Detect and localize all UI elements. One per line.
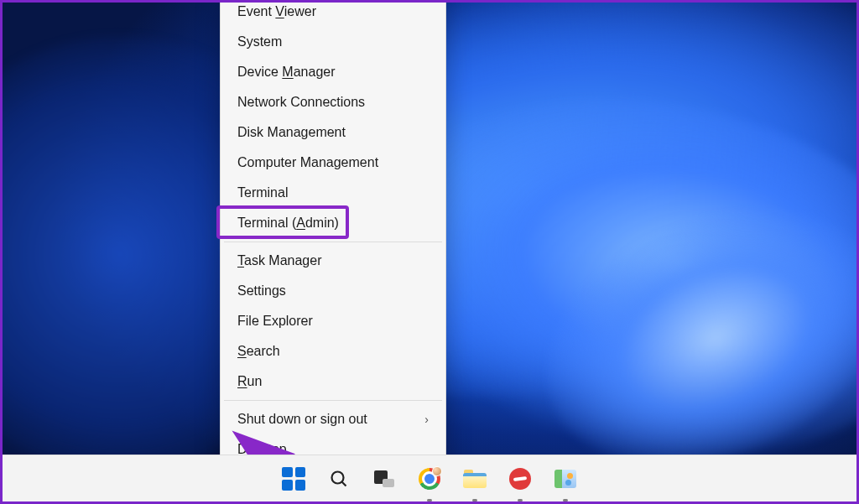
chrome-icon <box>419 468 440 490</box>
menu-item-system[interactable]: System <box>221 27 445 57</box>
search-icon <box>329 469 349 489</box>
menu-item-network-connections[interactable]: Network Connections <box>221 87 445 117</box>
profile-badge-icon <box>432 466 442 476</box>
menu-item-label: Run <box>237 374 262 389</box>
menu-item-shut-down[interactable]: Shut down or sign out› <box>221 404 445 434</box>
media-disc-icon <box>509 468 531 490</box>
menu-item-label: System <box>237 34 282 49</box>
menu-item-label: Task Manager <box>237 253 322 268</box>
menu-item-label: Shut down or sign out <box>237 412 367 427</box>
task-view-button[interactable] <box>367 462 401 496</box>
menu-separator <box>224 242 442 242</box>
start-button[interactable] <box>277 462 310 496</box>
media-app[interactable] <box>503 462 537 496</box>
menu-item-device-manager[interactable]: Device Manager <box>221 57 445 87</box>
file-explorer-app[interactable] <box>458 462 492 496</box>
menu-item-label: Disk Management <box>237 125 346 140</box>
taskbar <box>3 455 856 501</box>
file-explorer-icon <box>463 470 487 488</box>
menu-item-task-manager[interactable]: Task Manager <box>221 246 445 276</box>
menu-item-file-explorer[interactable]: File Explorer <box>221 306 445 336</box>
menu-item-terminal-admin[interactable]: Terminal (Admin) <box>221 208 445 238</box>
svg-point-1 <box>332 471 344 483</box>
control-panel-icon <box>554 470 576 488</box>
menu-item-computer-management[interactable]: Computer Management <box>221 148 445 178</box>
menu-separator <box>224 400 442 401</box>
menu-item-terminal[interactable]: Terminal <box>221 178 445 208</box>
menu-item-label: Terminal <box>237 185 288 200</box>
search-button[interactable] <box>322 462 356 496</box>
winx-context-menu: Event ViewerSystemDevice ManagerNetwork … <box>220 0 446 469</box>
menu-item-label: Computer Management <box>237 155 378 170</box>
menu-item-disk-management[interactable]: Disk Management <box>221 117 445 148</box>
menu-item-label: Terminal (Admin) <box>237 216 339 231</box>
menu-item-settings[interactable]: Settings <box>221 276 445 306</box>
windows-logo-icon <box>282 467 305 491</box>
menu-item-search[interactable]: Search <box>221 336 445 366</box>
menu-item-label: Event Viewer <box>237 4 316 19</box>
svg-line-2 <box>342 481 346 486</box>
menu-item-label: File Explorer <box>237 314 313 329</box>
menu-item-label: Network Connections <box>237 95 365 110</box>
task-view-icon <box>374 470 394 487</box>
menu-item-label: Device Manager <box>237 65 336 80</box>
menu-item-event-viewer[interactable]: Event Viewer <box>221 0 445 27</box>
control-panel-app[interactable] <box>549 462 582 496</box>
menu-item-run[interactable]: Run <box>221 366 445 397</box>
chevron-right-icon: › <box>424 413 429 426</box>
chrome-app[interactable] <box>413 462 446 496</box>
menu-item-label: Settings <box>237 283 286 299</box>
menu-item-label: Search <box>237 344 280 359</box>
